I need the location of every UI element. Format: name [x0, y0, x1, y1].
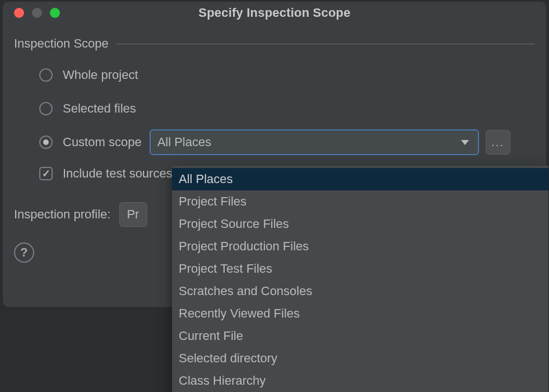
radio-label-custom-scope: Custom scope	[63, 135, 142, 150]
custom-scope-dropdown: All PlacesProject FilesProject Source Fi…	[172, 166, 548, 392]
dialog-title: Specify Inspection Scope	[3, 6, 546, 20]
help-button[interactable]: ?	[14, 242, 34, 263]
maximize-window-button[interactable]	[50, 8, 60, 18]
radio-row-custom-scope[interactable]: Custom scope All Places ...	[39, 134, 535, 151]
window-controls	[3, 8, 60, 18]
radio-whole-project[interactable]	[39, 68, 53, 82]
dropdown-item[interactable]: Current File	[172, 325, 548, 347]
include-tests-checkbox[interactable]	[39, 167, 53, 180]
radio-label-whole-project: Whole project	[63, 68, 138, 82]
help-icon: ?	[20, 245, 27, 260]
include-tests-label: Include test sources	[63, 166, 173, 181]
dropdown-item[interactable]: Project Production Files	[172, 235, 548, 258]
radio-selected-files[interactable]	[39, 102, 53, 115]
close-window-button[interactable]	[14, 8, 24, 18]
radio-label-selected-files: Selected files	[63, 101, 136, 116]
dropdown-item[interactable]: Project Source Files	[172, 213, 548, 235]
radio-row-whole-project[interactable]: Whole project	[39, 67, 535, 83]
custom-scope-selector-row: All Places ...	[150, 129, 510, 155]
radio-custom-scope[interactable]	[39, 136, 53, 149]
dropdown-item[interactable]: Class Hierarchy	[172, 370, 548, 392]
minimize-window-button[interactable]	[32, 8, 42, 18]
custom-scope-combobox[interactable]: All Places	[150, 129, 479, 155]
section-title: Inspection Scope	[14, 36, 109, 51]
dropdown-item[interactable]: Selected directory	[172, 347, 548, 370]
dropdown-item[interactable]: Recently Viewed Files	[172, 302, 548, 325]
section-header: Inspection Scope	[14, 36, 535, 51]
inspection-profile-combobox[interactable]: Pr	[119, 202, 147, 227]
inspection-profile-label: Inspection profile:	[14, 207, 110, 222]
custom-scope-value: All Places	[157, 135, 461, 150]
chevron-down-icon	[461, 140, 469, 145]
dropdown-item[interactable]: Scratches and Consoles	[172, 280, 548, 302]
radio-row-selected-files[interactable]: Selected files	[39, 100, 535, 117]
edit-scope-button[interactable]: ...	[486, 130, 510, 155]
dialog-titlebar: Specify Inspection Scope	[3, 2, 546, 24]
dropdown-item[interactable]: Project Test Files	[172, 258, 548, 280]
dropdown-item[interactable]: All Places	[172, 168, 548, 190]
section-divider	[117, 44, 535, 44]
scope-radio-group: Whole project Selected files Custom scop…	[14, 67, 535, 151]
inspection-profile-value: Pr	[127, 207, 139, 222]
dropdown-item[interactable]: Project Files	[172, 190, 548, 213]
